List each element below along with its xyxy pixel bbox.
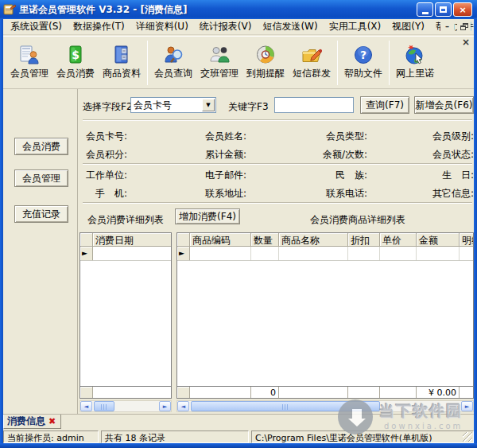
add-consume-button[interactable]: 增加消费(F4) <box>175 208 240 224</box>
scroll-left-icon: ◄ <box>181 403 185 410</box>
app-window: 里诺会员管理软件 V3.32 - [消费信息] × 系统设置(S) 数据操作(T… <box>0 0 477 448</box>
query-button[interactable]: 查询(F7) <box>360 96 409 114</box>
sidebar: 会员消费 会员管理 充值记录 <box>3 89 78 414</box>
combo-drop-button[interactable]: ▼ <box>202 99 215 111</box>
close-icon: × <box>459 5 466 15</box>
maximize-button[interactable] <box>435 2 452 17</box>
sidebar-button-recharge-records[interactable]: 充值记录 <box>14 205 68 223</box>
table-footer: 0 ¥ 0.00 <box>177 386 473 398</box>
column-header-discount[interactable]: 折扣 <box>348 233 380 247</box>
field-select-combobox[interactable]: 会员卡号 ▼ <box>130 97 216 113</box>
minimize-icon <box>422 12 429 14</box>
toolbar-button-help-file[interactable]: ? 帮助文件 <box>340 39 386 87</box>
app-icon <box>3 3 16 16</box>
table-footer <box>80 386 171 398</box>
keyword-label: 关键字F3 <box>228 100 269 114</box>
right-table-hscrollbar[interactable]: ◄ ► <box>176 400 474 412</box>
scroll-left-icon: ◄ <box>84 403 88 410</box>
menu-data-operations[interactable]: 数据操作(T) <box>68 18 130 35</box>
status-operator: 当前操作员: admin <box>3 430 99 443</box>
scrollbar-thumb[interactable] <box>191 401 380 411</box>
close-button[interactable]: × <box>453 2 472 17</box>
column-header-quantity[interactable]: 数量 <box>251 233 279 247</box>
scrollbar-thumb[interactable] <box>94 401 114 411</box>
form-label-level: 会员级别: <box>413 130 474 143</box>
mdi-close-button[interactable]: × <box>460 37 472 48</box>
resize-grip[interactable] <box>463 432 472 442</box>
chevron-down-icon: ▼ <box>206 102 210 108</box>
menu-system-settings[interactable]: 系统设置(S) <box>5 18 68 35</box>
statusbar: 当前操作员: admin 共有 18 条记录 C:\Program Files\… <box>3 430 474 443</box>
mdi-restore-button[interactable] <box>457 21 471 33</box>
separator-line <box>83 202 472 204</box>
toolbar-button-expiry-remind[interactable]: 到期提醒 <box>242 39 289 87</box>
menu-detail-info[interactable]: 详细资料(U) <box>130 18 194 35</box>
member-consume-icon: $ <box>65 45 86 65</box>
table-body <box>80 261 171 386</box>
tab-close-icon[interactable]: ✖ <box>48 416 56 427</box>
sms-broadcast-icon <box>301 45 322 65</box>
total-amount: ¥ 0.00 <box>417 387 460 398</box>
tab-label: 消费信息 <box>7 415 45 428</box>
column-header-product-name[interactable]: 商品名称 <box>279 233 348 247</box>
scroll-right-button[interactable]: ► <box>159 401 171 411</box>
toolbar-button-member-consume[interactable]: $ 会员消费 <box>52 39 99 87</box>
menu-utilities[interactable]: 实用工具(X) <box>324 18 387 35</box>
tab-consume-info[interactable]: 消费信息 ✖ <box>3 415 61 429</box>
scroll-right-button[interactable]: ► <box>461 401 473 411</box>
corner-cell <box>177 233 190 247</box>
toolbar-separator <box>147 41 148 85</box>
mdi-close-icon: × <box>462 37 470 48</box>
scroll-right-icon: ► <box>465 403 469 410</box>
menu-statistics-reports[interactable]: 统计报表(V) <box>194 18 258 35</box>
form-label-total-amount: 累计金额: <box>191 148 246 162</box>
sidebar-button-member-consume[interactable]: 会员消费 <box>14 138 68 155</box>
member-manage-icon <box>19 45 40 65</box>
add-member-button[interactable]: 新增会员(F6) <box>414 96 474 114</box>
left-table-hscrollbar[interactable]: ◄ ► <box>80 400 172 412</box>
toolbar-button-member-query[interactable]: 会员查询 <box>150 39 196 87</box>
consume-goods-table: 商品编码 数量 商品名称 折扣 单价 金额 明细 ► 0 ¥ 0.00 <box>176 232 474 399</box>
menu-view[interactable]: 视图(Y) <box>386 18 430 35</box>
separator-line <box>83 119 472 121</box>
column-header-amount[interactable]: 金额 <box>417 233 460 247</box>
mdi-minimize-icon: – <box>445 22 449 31</box>
form-label-points: 会员积分: <box>76 148 127 162</box>
menubar: 系统设置(S) 数据操作(T) 详细资料(U) 统计报表(V) 短信发送(W) … <box>3 19 474 35</box>
menu-sms-send[interactable]: 短信发送(W) <box>257 18 323 35</box>
toolbar-button-sms-broadcast[interactable]: 短信群发 <box>289 39 335 87</box>
column-header-detail[interactable]: 明细 <box>460 233 474 247</box>
mdi-minimize-button[interactable]: – <box>440 21 454 33</box>
sidebar-button-member-manage[interactable]: 会员管理 <box>14 169 68 187</box>
titlebar: 里诺会员管理软件 V3.32 - [消费信息] × <box>0 0 477 19</box>
form-label-address: 联系地址: <box>191 187 246 201</box>
row-marker-icon: ► <box>80 247 93 260</box>
column-header-product-code[interactable]: 商品编码 <box>190 233 251 247</box>
scroll-left-button[interactable]: ◄ <box>80 401 92 411</box>
toolbar-button-member-manage[interactable]: 会员管理 <box>6 39 52 87</box>
table-row[interactable]: ► <box>80 247 171 261</box>
minimize-button[interactable] <box>417 2 433 17</box>
form-label-email: 电子邮件: <box>191 169 246 182</box>
window-title: 里诺会员管理软件 V3.32 - [消费信息] <box>19 3 187 17</box>
toolbar-button-product-data[interactable]: 商品资料 <box>99 39 145 87</box>
keyword-input[interactable] <box>274 97 354 113</box>
field-select-value: 会员卡号 <box>131 99 202 112</box>
form-label-mobile: 手 机: <box>76 187 127 201</box>
column-header-unit-price[interactable]: 单价 <box>380 233 417 247</box>
shift-manage-icon <box>209 45 230 65</box>
toolbar-button-shift-manage[interactable]: 交班管理 <box>196 39 242 87</box>
form-label-phone: 联系电话: <box>312 187 367 201</box>
help-file-icon: ? <box>353 45 374 65</box>
mdi-restore-icon <box>460 23 468 30</box>
toolbar-button-online-linuo[interactable]: 网上里诺 <box>392 39 438 87</box>
expiry-remind-icon <box>255 45 276 65</box>
form-label-ethnicity: 民 族: <box>312 169 367 182</box>
product-data-icon <box>111 45 132 65</box>
scroll-left-button[interactable]: ◄ <box>177 401 189 411</box>
status-install-path: C:\Program Files\里诺会员管理软件(单机版) <box>251 430 474 443</box>
form-label-type: 会员类型: <box>312 130 367 143</box>
column-header-consume-date[interactable]: 消费日期 <box>93 233 172 247</box>
table-row[interactable]: ► <box>177 247 473 261</box>
window-border-left <box>0 18 3 448</box>
